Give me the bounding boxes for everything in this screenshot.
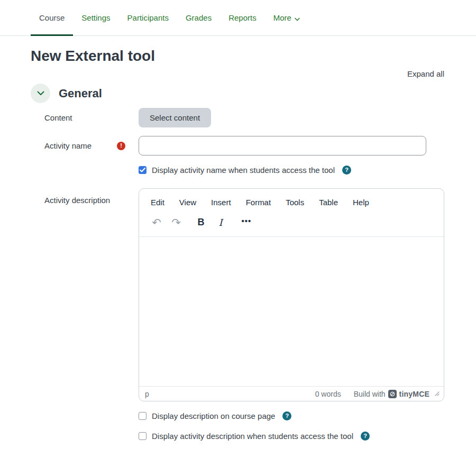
editor-toolbar: ↶ ↷ B I ••• — [139, 210, 444, 236]
tab-grades[interactable]: Grades — [177, 0, 220, 35]
display-name-checkbox-label: Display activity name when students acce… — [152, 166, 335, 175]
display-name-checkbox-row: Display activity name when students acce… — [139, 166, 444, 175]
section-general-title[interactable]: General — [59, 87, 102, 100]
activity-name-input[interactable] — [139, 136, 426, 155]
activity-name-label-col: Activity name ! — [31, 141, 139, 150]
italic-icon[interactable]: I — [212, 213, 230, 231]
editor-menu-insert[interactable]: Insert — [206, 196, 236, 209]
section-general-header: General — [31, 84, 444, 103]
content-label-col: Content — [31, 113, 139, 122]
build-with-label: Build with — [354, 390, 386, 398]
display-description-checkbox-row: Display description on course page ? — [139, 411, 444, 420]
tab-course-label: Course — [39, 13, 65, 22]
expand-all-row: Expand all — [31, 69, 444, 79]
tab-course[interactable]: Course — [31, 0, 73, 35]
display-activity-description-checkbox-row: Display activity description when studen… — [139, 432, 444, 441]
tab-more-label: More — [273, 13, 291, 22]
tinymce-editor: Edit View Insert Format Tools Table Help… — [139, 188, 444, 401]
activity-description-row: Activity description Edit View Insert Fo… — [31, 188, 444, 401]
tinymce-branding-link[interactable]: Build with tinyMCE — [354, 390, 429, 398]
undo-icon[interactable]: ↶ — [148, 213, 166, 231]
expand-all-link[interactable]: Expand all — [407, 69, 444, 78]
editor-word-count: 0 words — [315, 390, 341, 398]
content-row: Content Select content — [31, 108, 444, 127]
editor-menu-view[interactable]: View — [174, 196, 202, 209]
chevron-down-icon — [295, 14, 300, 23]
tab-more[interactable]: More — [265, 0, 308, 35]
display-description-checkbox-label: Display description on course page — [152, 411, 275, 420]
editor-element-path: p — [145, 390, 149, 398]
editor-menu-table[interactable]: Table — [314, 196, 343, 209]
editor-resize-handle[interactable] — [435, 391, 440, 396]
help-icon[interactable]: ? — [361, 432, 370, 441]
tinymce-logo-icon — [388, 390, 397, 398]
editor-menu-format[interactable]: Format — [241, 196, 277, 209]
page-title: New External tool — [31, 47, 444, 65]
activity-description-label: Activity description — [44, 196, 110, 205]
collapse-section-button[interactable] — [31, 84, 50, 103]
tab-participants[interactable]: Participants — [119, 0, 177, 35]
content-label: Content — [44, 113, 72, 122]
display-description-checkbox[interactable] — [139, 412, 147, 420]
course-nav: Course Settings Participants Grades Repo… — [0, 0, 476, 36]
tab-participants-label: Participants — [127, 13, 169, 22]
required-icon: ! — [117, 142, 125, 150]
bold-icon[interactable]: B — [192, 213, 210, 231]
editor-menu-tools[interactable]: Tools — [280, 196, 309, 209]
tinymce-brand-name: tinyMCE — [399, 390, 429, 398]
redo-icon[interactable]: ↷ — [167, 213, 185, 231]
editor-menubar: Edit View Insert Format Tools Table Help — [139, 189, 444, 210]
tab-reports[interactable]: Reports — [220, 0, 265, 35]
display-name-checkbox[interactable] — [139, 166, 147, 174]
display-activity-description-checkbox-label: Display activity description when studen… — [152, 432, 353, 441]
tab-reports-label: Reports — [228, 13, 257, 22]
editor-status-bar: p 0 words Build with tinyMCE — [139, 386, 444, 401]
select-content-button[interactable]: Select content — [139, 108, 211, 127]
activity-name-row: Activity name ! — [31, 136, 444, 155]
tab-settings-label: Settings — [81, 13, 110, 22]
activity-description-label-col: Activity description — [31, 188, 139, 401]
page-body: New External tool Expand all General Con… — [0, 47, 476, 441]
editor-menu-edit[interactable]: Edit — [145, 196, 170, 209]
tab-grades-label: Grades — [186, 13, 212, 22]
editor-menu-help[interactable]: Help — [347, 196, 374, 209]
chevron-down-icon — [37, 89, 44, 97]
more-toolbar-icon[interactable]: ••• — [237, 213, 255, 231]
help-icon[interactable]: ? — [282, 411, 291, 420]
display-activity-description-checkbox[interactable] — [139, 432, 147, 440]
help-icon[interactable]: ? — [342, 166, 351, 175]
activity-name-label: Activity name — [44, 141, 91, 150]
editor-content-area[interactable] — [139, 236, 444, 386]
tab-settings[interactable]: Settings — [73, 0, 118, 35]
